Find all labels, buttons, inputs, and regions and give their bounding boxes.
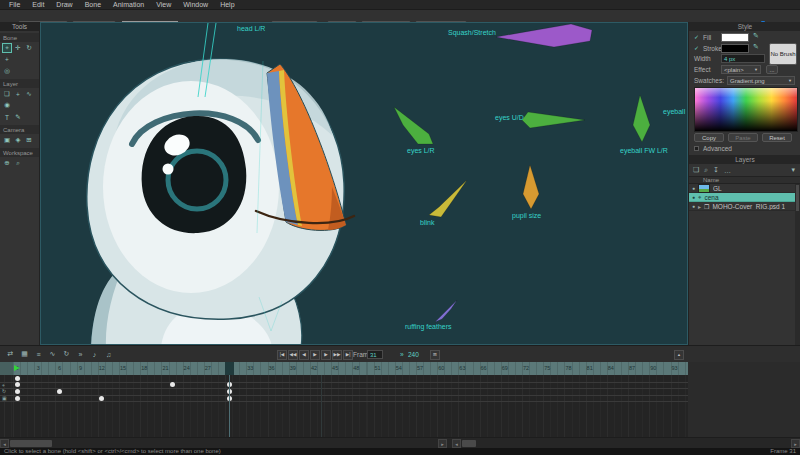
jump-start-button[interactable]: |◀ bbox=[277, 350, 287, 360]
keyframe-dot[interactable] bbox=[15, 389, 20, 394]
panel-scroll-right-arrow[interactable]: ▸ bbox=[791, 439, 800, 448]
fill-color-swatch[interactable] bbox=[721, 33, 749, 42]
bone-label-eyes-lr[interactable]: eyes L/R bbox=[407, 147, 435, 155]
text-tool[interactable]: T bbox=[2, 112, 12, 122]
bone-squash-stretch[interactable] bbox=[496, 24, 592, 47]
bone-label-blink[interactable]: blink bbox=[420, 219, 435, 226]
playback-start-marker[interactable] bbox=[14, 365, 20, 371]
bone-pupil-size[interactable] bbox=[523, 165, 539, 209]
layer-visibility-icon[interactable]: ● bbox=[692, 203, 695, 209]
audio-icon[interactable]: ♫ bbox=[103, 349, 114, 360]
jump-end-button[interactable]: ▶| bbox=[343, 350, 353, 360]
more-options-icon[interactable]: … bbox=[724, 167, 731, 174]
search-layers-icon[interactable]: ⌕ bbox=[704, 166, 708, 174]
bone-label-squash-stretch[interactable]: Squash/Stretch bbox=[448, 29, 496, 37]
effect-more-button[interactable]: ... bbox=[766, 65, 778, 74]
panel-scroll-thumb[interactable] bbox=[462, 440, 476, 447]
layer-visibility-icon[interactable]: ● bbox=[692, 194, 695, 200]
add-bone-tool[interactable]: + bbox=[2, 54, 12, 64]
select-bone-tool[interactable]: ⌖ bbox=[2, 43, 12, 53]
loop-icon[interactable]: ↻ bbox=[61, 349, 72, 360]
stroke-color-swatch[interactable] bbox=[721, 44, 749, 53]
timeline-frame-ruler[interactable]: 0369121518212427303336394245485154576063… bbox=[0, 362, 688, 375]
no-brush-button[interactable]: No Brush bbox=[769, 43, 797, 65]
stroke-width-input[interactable]: 4 px bbox=[721, 54, 765, 63]
bone-ruffing-feathers[interactable] bbox=[435, 300, 457, 322]
layer-row-image[interactable]: ●GL bbox=[689, 184, 795, 193]
play-button[interactable]: ▶ bbox=[310, 350, 320, 360]
rotate-bone-tool[interactable]: ↻ bbox=[24, 43, 34, 53]
swatches-dropdown[interactable]: Gradient.png▼ bbox=[727, 76, 795, 85]
keyframe-dot[interactable] bbox=[15, 376, 20, 381]
curvature-tool[interactable]: ∿ bbox=[24, 89, 34, 99]
zoom-camera-tool[interactable]: ◈ bbox=[13, 135, 23, 145]
color-spectrum-picker[interactable] bbox=[694, 87, 798, 132]
current-frame-input[interactable]: 31 bbox=[367, 350, 383, 359]
menu-item-view[interactable]: View bbox=[151, 0, 176, 10]
timeline-scroll-left-arrow[interactable]: ◂ bbox=[0, 439, 9, 448]
timeline-scroll-right-arrow[interactable]: ▸ bbox=[438, 439, 447, 448]
bone-label-eyeball-fw-lr[interactable]: eyeball FW L/R bbox=[620, 147, 668, 155]
stroke-eyedropper-icon[interactable]: ✎ bbox=[753, 43, 759, 51]
bone-strength-tool[interactable]: ◎ bbox=[2, 66, 12, 76]
menu-item-draw[interactable]: Draw bbox=[51, 0, 77, 10]
bone-eyeball-fw-lr[interactable] bbox=[633, 95, 650, 142]
channel-view-icon[interactable]: ▦ bbox=[19, 349, 30, 360]
next-frame-button[interactable]: ▶ bbox=[321, 350, 331, 360]
magnet-tool[interactable]: ◉ bbox=[2, 100, 12, 110]
canvas-viewport[interactable]: head L/RSquash/Stretcheyes L/Reyes U/Dey… bbox=[40, 22, 688, 345]
paste-style-button[interactable]: Paste bbox=[728, 133, 758, 142]
bone-eyes-lr[interactable] bbox=[394, 107, 433, 144]
step-icon[interactable]: » bbox=[75, 349, 86, 360]
pan-workspace-tool[interactable]: ⊕ bbox=[2, 158, 12, 168]
keyframe-dot[interactable] bbox=[15, 396, 20, 401]
bone-label-ruffing-feathers[interactable]: ruffing feathers bbox=[405, 323, 452, 331]
list-view-icon[interactable]: ≡ bbox=[33, 349, 44, 360]
bone-label-eyes-ud[interactable]: eyes U/D bbox=[495, 114, 524, 122]
layer-row-group[interactable]: ●▸❐MOHO-Cover_RIG.psd 1 bbox=[689, 202, 795, 211]
keyframe-dot[interactable] bbox=[15, 382, 20, 387]
stroke-checkbox[interactable]: ✓ bbox=[694, 45, 700, 51]
expand-arrow-icon[interactable]: ▸ bbox=[698, 203, 701, 210]
layer-visibility-icon[interactable]: ● bbox=[692, 185, 695, 191]
translate-bone-tool[interactable]: ✛ bbox=[13, 43, 23, 53]
copy-style-button[interactable]: Copy bbox=[694, 133, 724, 142]
graph-mode-icon[interactable]: ⇄ bbox=[5, 349, 16, 360]
roll-camera-tool[interactable]: ⊞ bbox=[24, 135, 34, 145]
bone-label-eyeball-clipped[interactable]: eyeball U/D bbox=[663, 108, 687, 116]
keyframe-dot[interactable] bbox=[57, 389, 62, 394]
bone-blink[interactable] bbox=[429, 180, 467, 217]
keyframe-dot[interactable] bbox=[99, 396, 104, 401]
menu-item-bone[interactable]: Bone bbox=[80, 0, 106, 10]
freehand-tool[interactable]: ✎ bbox=[13, 112, 23, 122]
markers-icon[interactable]: ♪ bbox=[89, 349, 100, 360]
transform-layer-tool[interactable]: ❏ bbox=[2, 89, 12, 99]
fill-checkbox[interactable]: ✓ bbox=[694, 34, 700, 40]
menu-item-file[interactable]: File bbox=[4, 0, 25, 10]
import-layer-icon[interactable]: ↧ bbox=[713, 166, 719, 174]
playhead-line[interactable] bbox=[229, 375, 230, 437]
add-point-tool[interactable]: + bbox=[13, 89, 23, 99]
bone-eyes-ud[interactable] bbox=[522, 112, 585, 128]
curves-icon[interactable]: ∿ bbox=[47, 349, 58, 360]
new-layer-icon[interactable]: ❏ bbox=[693, 166, 699, 174]
effect-dropdown[interactable]: <plain>▼ bbox=[721, 65, 761, 74]
panel-scroll-left-arrow[interactable]: ◂ bbox=[452, 439, 461, 448]
zoom-workspace-tool[interactable]: ⌕ bbox=[13, 158, 23, 168]
timeline-grid-button[interactable]: ⊞ bbox=[430, 350, 440, 360]
layers-menu-icon[interactable]: ▾ bbox=[791, 166, 795, 174]
bone-label-pupil-size[interactable]: pupil size bbox=[512, 212, 541, 220]
timeline-collapse-button[interactable]: ▲ bbox=[674, 350, 684, 360]
timeline-keyframe-grid[interactable]: ⌖↻▣ bbox=[0, 375, 688, 437]
menu-item-edit[interactable]: Edit bbox=[27, 0, 49, 10]
fill-eyedropper-icon[interactable]: ✎ bbox=[753, 32, 759, 40]
menu-item-help[interactable]: Help bbox=[215, 0, 239, 10]
layer-row-bone[interactable]: ●⌖cena bbox=[689, 193, 795, 202]
bone-label-head-lr[interactable]: head L/R bbox=[237, 25, 265, 32]
next-keyframe-button[interactable]: ▶▶ bbox=[332, 350, 342, 360]
reset-style-button[interactable]: Reset bbox=[762, 133, 792, 142]
current-frame-marker[interactable] bbox=[225, 362, 234, 375]
timeline-scroll-thumb[interactable] bbox=[10, 440, 52, 447]
prev-frame-button[interactable]: ◀ bbox=[299, 350, 309, 360]
menu-item-window[interactable]: Window bbox=[178, 0, 213, 10]
